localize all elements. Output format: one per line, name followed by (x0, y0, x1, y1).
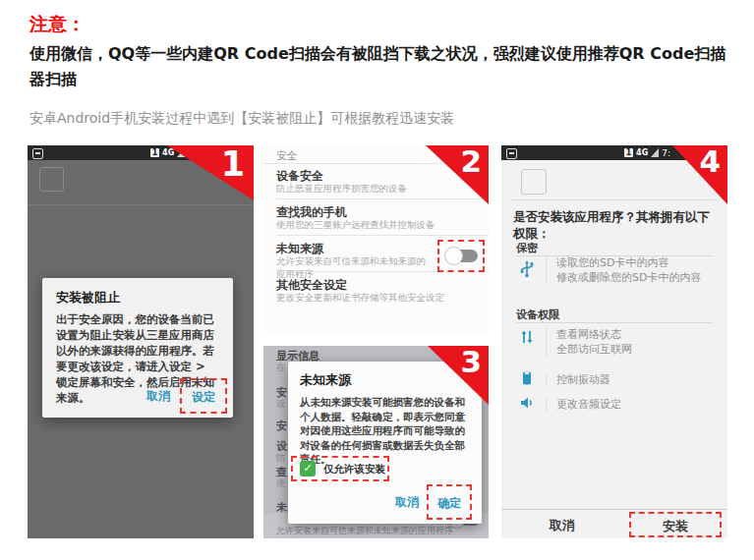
row-subtitle: 更改安全更新和证书存储等其他安全设定 (276, 292, 444, 305)
unknown-sources-dialog: 未知来源 从未知来源安装可能损害您的设备和个人数据。轻敲确定，即表示您同意对因使… (288, 362, 482, 524)
app-icon-placeholder (521, 169, 547, 195)
settings-button[interactable]: 设定 (192, 390, 215, 404)
step3-screenshot: 显示信息 在 安 设 安 设 防 查 使 未 允许安装来自可信来源和未知来源的应… (263, 346, 489, 538)
divider (276, 198, 489, 199)
checkbox-label: 仅允许该安装 (323, 463, 385, 476)
permission-line: 全部访问互联网 (556, 342, 632, 357)
dimmed-app-icon (39, 167, 64, 192)
highlight-box (437, 240, 485, 272)
cancel-button[interactable]: 取消 (395, 494, 419, 511)
warning-text: 使用微信，QQ等一些内建QR Code扫描会有被阻挡下载之状况，强烈建议使用推荐… (29, 41, 733, 92)
cancel-button[interactable]: 取消 (523, 517, 602, 534)
usb-icon (518, 260, 536, 278)
clock-label: 7: (662, 148, 670, 158)
notification-badge: 1 (150, 148, 159, 157)
step-badge: 1 (167, 145, 254, 200)
network-state-icon (518, 328, 536, 346)
permission-line: 控制振动器 (556, 372, 610, 387)
install-blocked-dialog: 安装被阻止 出于安全原因，您的设备当前已设置为阻止安装从三星应用商店以外的来源获… (42, 278, 233, 418)
step-number: 3 (460, 347, 482, 377)
signal-icon (651, 148, 659, 157)
permission-line: 更改音频设定 (556, 397, 621, 412)
permission-lines: 更改音频设定 (546, 397, 621, 412)
status-icons: 1 4G 7: (624, 147, 670, 158)
tutorial-subtitle: 安卓Android手机安装过程中遇到【安装被阻止】可根据教程迅速安装 (29, 110, 733, 128)
step-number: 2 (460, 146, 482, 177)
permission-line: 查看网络状态 (556, 327, 632, 342)
sd-card-icon (32, 148, 43, 159)
network-type-label: 4G (636, 148, 648, 157)
divider (501, 509, 727, 510)
tutorial-page: 注意： 使用微信，QQ等一些内建QR Code扫描会有被阻挡下载之状况，强烈建议… (0, 0, 754, 560)
speaker-icon (518, 394, 536, 412)
step-badge: 2 (426, 145, 489, 204)
row-subtitle: 防止恶意应用程序损害您的设备 (276, 183, 407, 196)
permission-line: 读取您的SD卡中的内容 (556, 255, 701, 270)
highlight-box: 安装 (629, 512, 722, 537)
highlight-box: 设定 (180, 378, 227, 414)
step-number: 4 (699, 146, 721, 177)
dialog-title: 未知来源 (300, 371, 351, 389)
step-number: 1 (221, 147, 245, 182)
confirm-button[interactable]: 确定 (437, 496, 461, 510)
permission-lines: 控制振动器 (546, 372, 610, 387)
step-badge: 4 (672, 145, 727, 204)
checkbox-checked[interactable]: ✓ (300, 461, 316, 476)
install-question: 是否安装该应用程序？其将拥有以下权限： (513, 209, 720, 243)
divider (511, 199, 718, 200)
network-type-label: 4G (162, 148, 174, 157)
divider (516, 322, 713, 323)
install-button[interactable]: 安装 (631, 518, 720, 535)
permission-line: 修改或删除您的SD卡中的内容 (556, 270, 701, 285)
dimmed-text: 允许安装来自可信来源和未知来源的应用程序 (276, 525, 453, 537)
highlight-box: ✓ 仅允许该安装 (291, 456, 389, 481)
dimmed-text: 设 (276, 398, 286, 411)
dimmed-divider (28, 204, 254, 205)
cancel-button[interactable]: 取消 (146, 388, 170, 405)
row-subtitle: 使用您的三星账户远程查找并控制设备 (276, 219, 435, 232)
unknown-sources-toggle[interactable] (444, 246, 478, 265)
section-header: 保密 (516, 241, 538, 255)
vibration-icon (518, 369, 536, 387)
dialog-title: 安装被阻止 (56, 289, 120, 307)
dimmed-text: 安 (276, 419, 287, 433)
permission-lines: 查看网络状态 全部访问互联网 (546, 327, 632, 357)
dimmed-text: 防 (276, 452, 286, 465)
sd-card-icon (506, 148, 517, 159)
section-header: 设备权限 (516, 308, 559, 322)
dimmed-text: 在 (276, 362, 286, 374)
notice-label: 注意： (29, 12, 86, 37)
security-header: 安全 (276, 149, 297, 163)
step4-screenshot: 1 4G 7: 是否安装该应用程序？其将拥有以下权限： 保密 读取您的SD卡中的… (501, 145, 727, 538)
divider (276, 235, 489, 236)
permission-lines: 读取您的SD卡中的内容 修改或删除您的SD卡中的内容 (546, 255, 701, 285)
dimmed-text: 使 (276, 477, 286, 490)
notification-badge: 1 (624, 148, 633, 157)
step1-screenshot: 1 4G 7: 安装被阻止 出于安全原因，您的设备当前已设置为阻止安装从三星应用… (28, 145, 254, 538)
step2-screenshot: 安全 设备安全 防止恶意应用程序损害您的设备 查找我的手机 使用您的三星账户远程… (263, 145, 489, 332)
highlight-box: 确定 (427, 484, 472, 520)
